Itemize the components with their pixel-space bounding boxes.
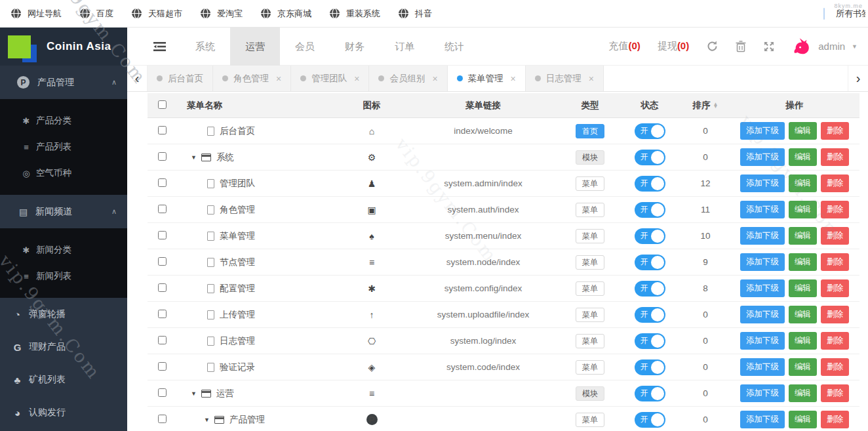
nav-operation[interactable]: 运营 (230, 28, 280, 66)
sidebar-item-popup-carousel[interactable]: ◔ 弹窗轮播 (0, 298, 127, 331)
delete-button[interactable]: 删除 (821, 279, 849, 297)
withdraw-link[interactable]: 提现(0) (658, 40, 689, 52)
status-toggle[interactable]: 开 (635, 307, 665, 323)
add-child-button[interactable]: 添加下级 (740, 279, 785, 297)
caret-down-icon[interactable]: ▼ (191, 154, 197, 161)
tab-log-management[interactable]: 日志管理 × (526, 66, 604, 91)
edit-button[interactable]: 编辑 (789, 227, 817, 245)
status-toggle[interactable]: 开 (635, 176, 665, 192)
delete-button[interactable]: 删除 (821, 148, 849, 166)
sidebar-item-miner-list[interactable]: ♣ 矿机列表 (0, 363, 127, 396)
bookmark-item[interactable]: 天猫超市 (131, 8, 182, 20)
add-child-button[interactable]: 添加下级 (740, 174, 785, 192)
bookmark-item[interactable]: 网址导航 (10, 8, 62, 20)
nav-order[interactable]: 订单 (380, 28, 429, 66)
delete-button[interactable]: 删除 (821, 122, 849, 140)
caret-down-icon[interactable]: ▼ (204, 417, 210, 423)
nav-statistics[interactable]: 统计 (429, 28, 479, 66)
row-checkbox[interactable] (158, 205, 167, 213)
refresh-icon[interactable] (706, 40, 719, 52)
bookmark-item[interactable]: 抖音 (398, 8, 432, 20)
status-toggle[interactable]: 开 (635, 123, 665, 139)
caret-down-icon[interactable]: ▼ (191, 390, 197, 397)
edit-button[interactable]: 编辑 (789, 384, 817, 402)
tabs-scroll-right[interactable]: › (848, 66, 868, 91)
col-sort[interactable]: 排序▲▼ (681, 100, 730, 112)
close-icon[interactable]: × (354, 73, 359, 84)
select-all-checkbox[interactable] (158, 100, 167, 109)
delete-button[interactable]: 删除 (821, 411, 849, 428)
sort-arrows-icon[interactable]: ▲▼ (713, 103, 719, 109)
tab-member-group[interactable]: 会员组别 × (369, 66, 447, 91)
delete-button[interactable]: 删除 (821, 384, 849, 402)
add-child-button[interactable]: 添加下级 (740, 227, 785, 245)
delete-button[interactable]: 删除 (821, 306, 849, 323)
sidebar-item-subscription-issue[interactable]: ◕ 认购发行 (0, 396, 127, 429)
add-child-button[interactable]: 添加下级 (740, 148, 785, 166)
delete-button[interactable]: 删除 (821, 174, 849, 192)
all-bookmarks-button[interactable]: 所有书签 (831, 8, 865, 20)
add-child-button[interactable]: 添加下级 (740, 122, 785, 140)
status-toggle[interactable]: 开 (635, 281, 665, 297)
edit-button[interactable]: 编辑 (789, 174, 817, 192)
row-checkbox[interactable] (158, 415, 167, 423)
delete-button[interactable]: 删除 (821, 253, 849, 271)
sidebar-item-product-category[interactable]: ✱ 产品分类 (0, 108, 127, 134)
bookmark-item[interactable]: 重装系统 (329, 8, 380, 20)
delete-button[interactable]: 删除 (821, 227, 849, 245)
bookmark-item[interactable]: 爱淘宝 (200, 8, 243, 20)
nav-system[interactable]: 系统 (180, 28, 230, 66)
close-icon[interactable]: × (276, 73, 281, 84)
edit-button[interactable]: 编辑 (789, 148, 817, 166)
row-checkbox[interactable] (158, 231, 167, 239)
edit-button[interactable]: 编辑 (789, 253, 817, 271)
sidebar-item-news-category[interactable]: ✱ 新闻分类 (0, 237, 127, 263)
fullscreen-icon[interactable] (763, 41, 775, 52)
status-toggle[interactable]: 开 (635, 386, 665, 401)
tabs-scroll-left[interactable]: ‹ (127, 66, 148, 91)
nav-finance[interactable]: 财务 (330, 28, 380, 66)
nav-member[interactable]: 会员 (280, 28, 330, 66)
add-child-button[interactable]: 添加下级 (740, 306, 785, 323)
row-checkbox[interactable] (158, 257, 167, 266)
row-checkbox[interactable] (158, 388, 167, 397)
sidebar-item-news-list[interactable]: ≡ 新闻列表 (0, 263, 127, 289)
brand-logo[interactable]: Coinin Asia (0, 28, 127, 66)
add-child-button[interactable]: 添加下级 (740, 253, 785, 271)
close-icon[interactable]: × (589, 73, 594, 84)
status-toggle[interactable]: 开 (635, 333, 665, 349)
sidebar-item-air-coin[interactable]: ◎ 空气币种 (0, 160, 127, 186)
status-toggle[interactable]: 开 (635, 228, 665, 244)
sidebar-item-product-list[interactable]: ≡ 产品列表 (0, 134, 127, 160)
edit-button[interactable]: 编辑 (789, 279, 817, 297)
sidebar-item-product-management[interactable]: P 产品管理 ∧ (0, 66, 127, 99)
row-checkbox[interactable] (158, 152, 167, 161)
add-child-button[interactable]: 添加下级 (740, 201, 785, 218)
recharge-link[interactable]: 充值(0) (609, 40, 641, 52)
row-checkbox[interactable] (158, 283, 167, 292)
row-checkbox[interactable] (158, 362, 167, 371)
edit-button[interactable]: 编辑 (789, 332, 817, 350)
status-toggle[interactable]: 开 (635, 412, 665, 428)
delete-button[interactable]: 删除 (821, 201, 849, 218)
user-menu[interactable]: admin ▼ (792, 37, 858, 56)
delete-button[interactable]: 删除 (821, 332, 849, 350)
bookmark-item[interactable]: 百度 (79, 8, 113, 20)
status-toggle[interactable]: 开 (635, 359, 665, 375)
row-checkbox[interactable] (158, 178, 167, 187)
row-checkbox[interactable] (158, 310, 167, 318)
add-child-button[interactable]: 添加下级 (740, 332, 785, 350)
edit-button[interactable]: 编辑 (789, 411, 817, 428)
status-toggle[interactable]: 开 (635, 150, 665, 165)
add-child-button[interactable]: 添加下级 (740, 411, 785, 428)
edit-button[interactable]: 编辑 (789, 122, 817, 140)
edit-button[interactable]: 编辑 (789, 306, 817, 323)
row-checkbox[interactable] (158, 126, 167, 134)
trash-icon[interactable] (736, 41, 746, 52)
edit-button[interactable]: 编辑 (789, 358, 817, 376)
status-toggle[interactable]: 开 (635, 202, 665, 218)
edit-button[interactable]: 编辑 (789, 201, 817, 218)
status-toggle[interactable]: 开 (635, 255, 665, 270)
tab-admin-team[interactable]: 管理团队 × (291, 66, 369, 91)
bookmark-item[interactable]: 京东商城 (260, 8, 311, 20)
